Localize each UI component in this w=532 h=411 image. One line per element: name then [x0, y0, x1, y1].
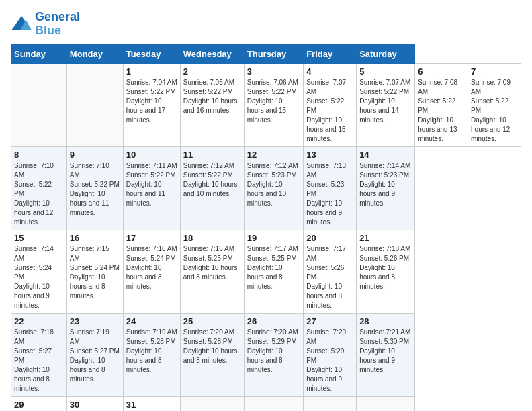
calendar-day-14: 14Sunrise: 7:14 AMSunset: 5:23 PMDayligh… [357, 146, 415, 230]
day-info: Sunrise: 7:19 AMSunset: 5:28 PMDaylight:… [126, 328, 177, 375]
day-number: 27 [306, 316, 353, 326]
day-info: Sunrise: 7:16 AMSunset: 5:24 PMDaylight:… [126, 244, 177, 291]
weekday-header-friday: Friday [304, 44, 357, 63]
calendar-day-12: 12Sunrise: 7:12 AMSunset: 5:23 PMDayligh… [244, 146, 303, 230]
day-number: 22 [14, 316, 64, 326]
day-info: Sunrise: 7:20 AMSunset: 5:29 PMDaylight:… [306, 328, 353, 394]
calendar-day-16: 16Sunrise: 7:15 AMSunset: 5:24 PMDayligh… [66, 230, 123, 313]
calendar-day-2: 2Sunrise: 7:05 AMSunset: 5:22 PMDaylight… [180, 63, 244, 146]
day-number: 19 [247, 233, 300, 243]
day-number: 8 [14, 150, 64, 160]
day-number: 28 [359, 316, 412, 326]
weekday-header-saturday: Saturday [357, 44, 415, 63]
day-info: Sunrise: 7:20 AMSunset: 5:28 PMDaylight:… [183, 328, 241, 365]
calendar-empty-cell [304, 396, 357, 411]
day-number: 10 [126, 150, 177, 160]
calendar-day-15: 15Sunrise: 7:14 AMSunset: 5:24 PMDayligh… [11, 230, 67, 313]
calendar-day-28: 28Sunrise: 7:21 AMSunset: 5:30 PMDayligh… [357, 313, 415, 396]
day-number: 25 [183, 316, 241, 326]
day-info: Sunrise: 7:06 AMSunset: 5:22 PMDaylight:… [247, 78, 300, 125]
day-info: Sunrise: 7:18 AMSunset: 5:26 PMDaylight:… [359, 244, 412, 291]
calendar-empty-cell [66, 63, 123, 146]
day-info: Sunrise: 7:04 AMSunset: 5:22 PMDaylight:… [126, 78, 177, 125]
day-info: Sunrise: 7:17 AMSunset: 5:25 PMDaylight:… [247, 244, 300, 291]
day-number: 7 [471, 66, 518, 77]
day-number: 1 [126, 66, 177, 77]
day-number: 2 [183, 66, 241, 77]
calendar-empty-cell [11, 63, 67, 146]
calendar-day-25: 25Sunrise: 7:20 AMSunset: 5:28 PMDayligh… [180, 313, 244, 396]
day-number: 5 [359, 66, 412, 77]
calendar-day-6: 6Sunrise: 7:08 AMSunset: 5:22 PMDaylight… [415, 63, 468, 146]
calendar-day-9: 9Sunrise: 7:10 AMSunset: 5:22 PMDaylight… [66, 146, 123, 230]
day-info: Sunrise: 7:07 AMSunset: 5:22 PMDaylight:… [359, 78, 412, 125]
weekday-header-thursday: Thursday [244, 44, 303, 63]
calendar-day-22: 22Sunrise: 7:18 AMSunset: 5:27 PMDayligh… [11, 313, 67, 396]
day-info: Sunrise: 7:17 AMSunset: 5:26 PMDaylight:… [306, 244, 353, 310]
day-number: 11 [183, 150, 241, 160]
day-number: 16 [70, 233, 120, 243]
calendar-day-24: 24Sunrise: 7:19 AMSunset: 5:28 PMDayligh… [123, 313, 180, 396]
weekday-header-monday: Monday [66, 44, 123, 63]
calendar-week-5: 29Sunrise: 7:21 AMSunset: 5:31 PMDayligh… [11, 396, 521, 411]
weekday-header-tuesday: Tuesday [123, 44, 180, 63]
day-number: 15 [14, 233, 64, 243]
day-number: 24 [126, 316, 177, 326]
calendar-day-27: 27Sunrise: 7:20 AMSunset: 5:29 PMDayligh… [304, 313, 357, 396]
day-number: 20 [306, 233, 353, 243]
day-number: 30 [70, 400, 120, 410]
calendar-week-4: 22Sunrise: 7:18 AMSunset: 5:27 PMDayligh… [11, 313, 521, 396]
day-number: 13 [306, 150, 353, 160]
calendar-week-3: 15Sunrise: 7:14 AMSunset: 5:24 PMDayligh… [11, 230, 521, 313]
calendar-day-26: 26Sunrise: 7:20 AMSunset: 5:29 PMDayligh… [244, 313, 303, 396]
calendar-day-21: 21Sunrise: 7:18 AMSunset: 5:26 PMDayligh… [357, 230, 415, 313]
day-info: Sunrise: 7:10 AMSunset: 5:22 PMDaylight:… [70, 161, 120, 218]
day-number: 3 [247, 66, 300, 77]
calendar-day-8: 8Sunrise: 7:10 AMSunset: 5:22 PMDaylight… [11, 146, 67, 230]
calendar-empty-cell [357, 396, 415, 411]
calendar-day-30: 30Sunrise: 7:21 AMSunset: 5:31 PMDayligh… [66, 396, 123, 411]
day-info: Sunrise: 7:14 AMSunset: 5:24 PMDaylight:… [14, 244, 64, 310]
calendar-week-2: 8Sunrise: 7:10 AMSunset: 5:22 PMDaylight… [11, 146, 521, 230]
day-number: 17 [126, 233, 177, 243]
calendar-day-5: 5Sunrise: 7:07 AMSunset: 5:22 PMDaylight… [357, 63, 415, 146]
calendar-day-29: 29Sunrise: 7:21 AMSunset: 5:31 PMDayligh… [11, 396, 67, 411]
day-number: 21 [359, 233, 412, 243]
calendar-day-11: 11Sunrise: 7:12 AMSunset: 5:22 PMDayligh… [180, 146, 244, 230]
page-header: General Blue [11, 11, 521, 38]
day-number: 12 [247, 150, 300, 160]
day-info: Sunrise: 7:11 AMSunset: 5:22 PMDaylight:… [126, 161, 177, 208]
day-number: 9 [70, 150, 120, 160]
day-info: Sunrise: 7:19 AMSunset: 5:27 PMDaylight:… [70, 328, 120, 384]
calendar-empty-cell [244, 396, 303, 411]
day-info: Sunrise: 7:18 AMSunset: 5:27 PMDaylight:… [14, 328, 64, 394]
day-info: Sunrise: 7:10 AMSunset: 5:22 PMDaylight:… [14, 161, 64, 227]
day-number: 4 [306, 66, 353, 77]
calendar-empty-cell [180, 396, 244, 411]
day-info: Sunrise: 7:12 AMSunset: 5:22 PMDaylight:… [183, 161, 241, 199]
day-info: Sunrise: 7:15 AMSunset: 5:24 PMDaylight:… [70, 244, 120, 301]
logo: General Blue [11, 11, 80, 38]
weekday-header-sunday: Sunday [11, 44, 67, 63]
calendar-day-1: 1Sunrise: 7:04 AMSunset: 5:22 PMDaylight… [123, 63, 180, 146]
day-number: 23 [70, 316, 120, 326]
calendar-day-3: 3Sunrise: 7:06 AMSunset: 5:22 PMDaylight… [244, 63, 303, 146]
day-info: Sunrise: 7:16 AMSunset: 5:25 PMDaylight:… [183, 244, 241, 282]
calendar-day-20: 20Sunrise: 7:17 AMSunset: 5:26 PMDayligh… [304, 230, 357, 313]
calendar-day-17: 17Sunrise: 7:16 AMSunset: 5:24 PMDayligh… [123, 230, 180, 313]
day-info: Sunrise: 7:21 AMSunset: 5:30 PMDaylight:… [359, 328, 412, 375]
day-info: Sunrise: 7:09 AMSunset: 5:22 PMDaylight:… [471, 78, 518, 144]
calendar-day-19: 19Sunrise: 7:17 AMSunset: 5:25 PMDayligh… [244, 230, 303, 313]
day-info: Sunrise: 7:08 AMSunset: 5:22 PMDaylight:… [418, 78, 465, 144]
calendar-week-1: 1Sunrise: 7:04 AMSunset: 5:22 PMDaylight… [11, 63, 521, 146]
day-number: 29 [14, 400, 64, 410]
calendar-day-4: 4Sunrise: 7:07 AMSunset: 5:22 PMDaylight… [304, 63, 357, 146]
day-info: Sunrise: 7:13 AMSunset: 5:23 PMDaylight:… [306, 161, 353, 227]
calendar-day-18: 18Sunrise: 7:16 AMSunset: 5:25 PMDayligh… [180, 230, 244, 313]
day-number: 31 [126, 400, 177, 410]
day-number: 14 [359, 150, 412, 160]
calendar-day-23: 23Sunrise: 7:19 AMSunset: 5:27 PMDayligh… [66, 313, 123, 396]
logo-text: General Blue [35, 11, 80, 38]
day-info: Sunrise: 7:07 AMSunset: 5:22 PMDaylight:… [306, 78, 353, 144]
day-info: Sunrise: 7:20 AMSunset: 5:29 PMDaylight:… [247, 328, 300, 375]
